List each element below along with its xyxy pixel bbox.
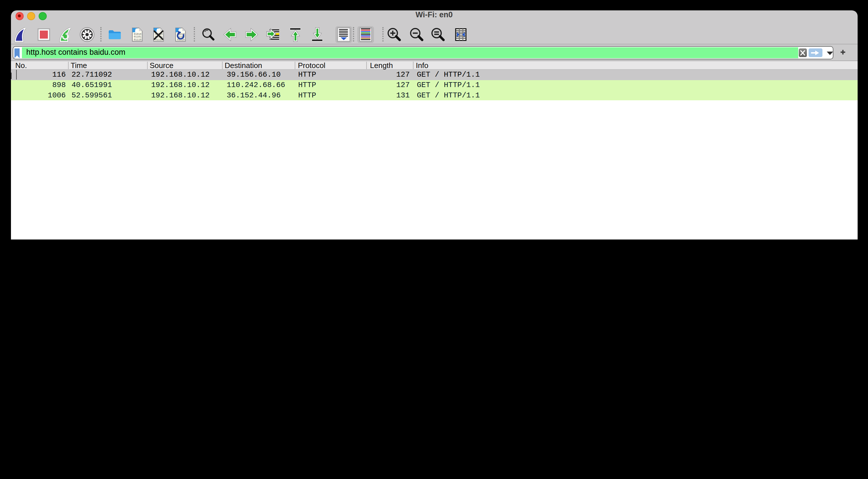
svg-text:01010: 01010	[133, 33, 141, 35]
svg-text:01101: 01101	[133, 35, 141, 38]
svg-text:01110: 01110	[133, 38, 141, 41]
